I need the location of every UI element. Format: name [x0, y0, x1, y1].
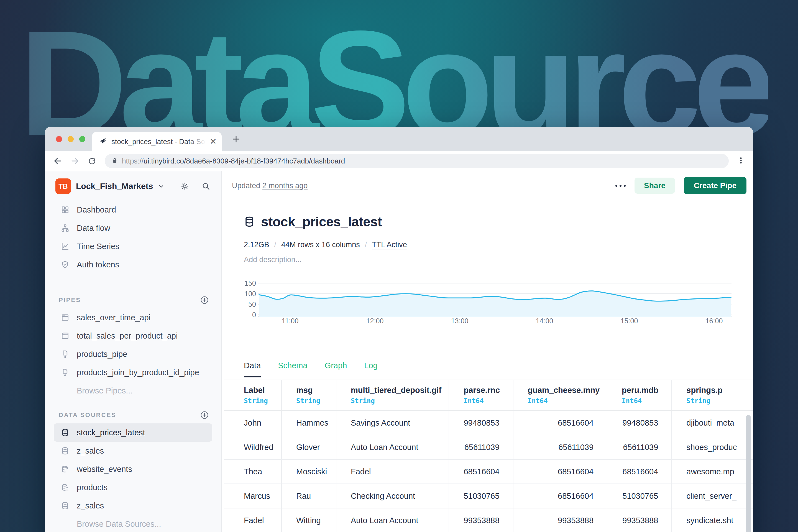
table-cell: 68516604 [513, 484, 607, 508]
sidebar-item-time-series[interactable]: Time Series [45, 237, 221, 255]
svg-text:12:00: 12:00 [366, 317, 384, 325]
sidebar: TB Lock_Fish_Markets Dashbo [45, 171, 222, 532]
table-row[interactable]: WildfredGloverAuto Loan Account656110396… [224, 435, 753, 459]
table-cell: Glover [282, 435, 336, 459]
browser-toolbar: https://ui.tinybird.co/8dae6a-8309-84je-… [45, 151, 753, 171]
table-cell: Mosciski [282, 459, 336, 484]
sidebar-item-dashboard[interactable]: Dashboard [45, 201, 221, 219]
url-text: https://ui.tinybird.co/8dae6a-8309-84je-… [122, 157, 345, 166]
column-header[interactable]: multi_tiered_deposit.gifString [336, 380, 449, 411]
api-endpoint-icon [61, 332, 69, 340]
table-row[interactable]: JohnHammesSavings Account994808536851660… [224, 411, 753, 435]
table-cell: 51030765 [607, 484, 672, 508]
refresh-icon[interactable] [88, 156, 96, 166]
create-pipe-button[interactable]: Create Pipe [684, 177, 746, 194]
search-icon[interactable] [202, 182, 210, 190]
sidebar-nav: Dashboard Data flow Time Series [45, 201, 221, 274]
workspace-switcher[interactable]: TB Lock_Fish_Markets [45, 178, 221, 194]
table-cell: 68516604 [607, 459, 672, 484]
column-header[interactable]: parse.rncInt64 [449, 380, 513, 411]
database-icon [244, 216, 255, 227]
table-cell: 99353888 [513, 508, 607, 532]
back-icon[interactable] [53, 156, 62, 166]
table-cell: 65611039 [449, 435, 513, 459]
data-source-item-products[interactable]: products [45, 478, 221, 496]
chevron-down-icon [158, 183, 165, 190]
sidebar-item-auth-tokens[interactable]: Auth tokens [45, 255, 221, 274]
detail-tabs: Data Schema Graph Log [244, 361, 753, 377]
pipe-item-sales-over-time-api[interactable]: sales_over_time_api [45, 308, 221, 327]
table-cell: client_server_ [672, 484, 753, 508]
pipe-item-products-join-by-product-id-pipe[interactable]: products_join_by_product_id_pipe [45, 363, 221, 382]
add-description-placeholder[interactable]: Add description... [244, 255, 753, 265]
page-title: stock_prices_latest [261, 214, 382, 229]
forward-icon[interactable] [70, 156, 79, 166]
svg-text:150: 150 [244, 279, 256, 287]
table-cell: Fadel [224, 508, 282, 532]
settings-gear-icon[interactable] [180, 182, 189, 190]
add-data-source-icon[interactable] [200, 411, 209, 419]
data-sources-list: stock_prices_latest z_sales website_even… [45, 423, 221, 532]
datasource-stats: 2.12GB / 44M rows x 16 columns / TTL Act… [244, 240, 753, 249]
shield-check-icon [61, 261, 69, 269]
workspace-avatar: TB [55, 178, 71, 194]
data-source-item-z-sales-2[interactable]: z_sales [45, 496, 221, 515]
pipe-item-total-sales-per-product-api[interactable]: total_sales_per_product_api [45, 327, 221, 345]
pipes-list: sales_over_time_api total_sales_per_prod… [45, 308, 221, 400]
table-cell: 68516604 [513, 411, 607, 435]
browse-pipes-link[interactable]: Browse Pipes... [45, 382, 221, 400]
more-options-icon[interactable] [615, 185, 626, 187]
zoom-window-button[interactable] [79, 136, 86, 142]
sidebar-item-data-flow[interactable]: Data flow [45, 219, 221, 237]
updated-link[interactable]: 2 months ago [262, 182, 308, 190]
new-tab-button[interactable] [231, 134, 241, 144]
table-cell: Fadel [336, 459, 449, 484]
tab-data[interactable]: Data [244, 361, 261, 377]
table-cell: djibouti_meta [672, 411, 753, 435]
table-cell: awesome.mp [672, 459, 753, 484]
ttl-active-link[interactable]: TTL Active [372, 241, 407, 249]
tab-graph[interactable]: Graph [325, 361, 347, 377]
rows-columns-stat: 44M rows x 16 columns [281, 241, 360, 249]
minimize-window-button[interactable] [68, 136, 74, 142]
add-pipe-icon[interactable] [200, 296, 209, 305]
column-header[interactable]: msgString [282, 380, 336, 411]
table-cell: John [224, 411, 282, 435]
column-header[interactable]: springs.pString [672, 380, 753, 411]
table-scrollbar[interactable] [746, 415, 751, 532]
data-source-item-z-sales[interactable]: z_sales [45, 442, 221, 460]
data-source-item-stock-prices-latest[interactable]: stock_prices_latest [54, 423, 212, 442]
browser-tab-strip: stock_prices_latest - Data Sour ✕ [45, 127, 753, 151]
table-cell: Auto Loan Account [336, 508, 449, 532]
close-window-button[interactable] [56, 136, 62, 142]
svg-text:50: 50 [248, 300, 256, 308]
database-icon [61, 501, 69, 510]
column-header[interactable]: guam_cheese.mnyInt64 [513, 380, 607, 411]
table-cell: Hammes [282, 411, 336, 435]
table-cell: 51030765 [449, 484, 513, 508]
tab-schema[interactable]: Schema [278, 361, 307, 377]
data-source-item-website-events[interactable]: website_events [45, 460, 221, 478]
tab-log[interactable]: Log [364, 361, 377, 377]
svg-text:100: 100 [244, 290, 256, 298]
table-row[interactable]: TheaMosciskiFadel68516604685166046851660… [224, 459, 753, 484]
address-bar[interactable]: https://ui.tinybird.co/8dae6a-8309-84je-… [105, 154, 729, 168]
column-header[interactable]: LabelString [224, 380, 282, 411]
database-icon [61, 429, 69, 437]
table-row[interactable]: MarcusRauChecking Account510307656851660… [224, 484, 753, 508]
browse-data-sources-link[interactable]: Browse Data Sources... [45, 515, 221, 532]
column-header[interactable]: peru.mdbInt64 [607, 380, 672, 411]
browser-tab[interactable]: stock_prices_latest - Data Sour ✕ [92, 132, 222, 151]
share-button[interactable]: Share [634, 177, 675, 194]
browser-menu-icon[interactable] [737, 156, 745, 166]
svg-text:15:00: 15:00 [621, 317, 638, 325]
browser-window: stock_prices_latest - Data Sour ✕ https:… [45, 127, 753, 532]
pipes-section-header: PIPES [45, 294, 221, 306]
svg-text:0: 0 [252, 311, 256, 319]
pipe-item-products-pipe[interactable]: products_pipe [45, 345, 221, 363]
table-cell: Auto Loan Account [336, 435, 449, 459]
table-row[interactable]: FadelWittingAuto Loan Account99353888993… [224, 508, 753, 532]
table-cell: 68516604 [449, 459, 513, 484]
tab-close-icon[interactable]: ✕ [210, 137, 217, 146]
pipe-icon [61, 350, 69, 358]
